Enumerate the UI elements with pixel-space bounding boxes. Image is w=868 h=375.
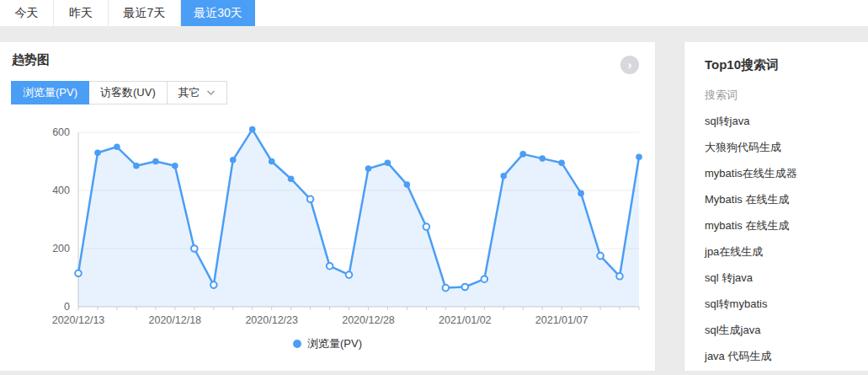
search-keyword-item: sql转mybatis: [705, 297, 860, 311]
top10-keywords-panel: Top10搜索词 搜索词 sql转java大狼狗代码生成mybatis在线生成器…: [684, 42, 868, 371]
search-keyword-item: 大狼狗代码生成: [705, 141, 860, 154]
trend-chart-card: 趋势图 › 浏览量(PV)访客数(UV)其它 02004006002020/12…: [0, 42, 655, 371]
metric-button-label: 其它: [178, 85, 200, 100]
expand-arrow-button[interactable]: ›: [620, 56, 639, 74]
tab-today[interactable]: 今天: [0, 0, 54, 26]
svg-text:2021/01/02: 2021/01/02: [439, 314, 492, 326]
svg-text:600: 600: [52, 126, 70, 138]
svg-text:2021/01/07: 2021/01/07: [535, 314, 588, 326]
search-keyword-item: java 代码生成: [705, 350, 860, 363]
chart-legend[interactable]: 浏览量(PV): [0, 336, 655, 351]
svg-text:200: 200: [52, 243, 70, 254]
metric-button-label: 访客数(UV): [100, 85, 156, 100]
svg-text:0: 0: [64, 301, 70, 313]
metric-button-other[interactable]: 其它: [168, 81, 227, 104]
search-keyword-item: mybatis在线生成器: [705, 167, 860, 180]
search-keyword-item: mybatis 在线生成: [705, 219, 860, 233]
panel-title: Top10搜索词: [705, 57, 860, 72]
search-keyword-item: sql转java: [705, 115, 860, 128]
search-keyword-item: Mybatis 在线生成: [705, 193, 860, 206]
tab-last30days[interactable]: 最近30天: [181, 0, 255, 26]
metric-toggle-group: 浏览量(PV)访客数(UV)其它: [11, 81, 227, 104]
metric-button-pv[interactable]: 浏览量(PV): [11, 81, 89, 104]
date-range-tabbar: 今天昨天最近7天最近30天: [0, 0, 868, 26]
metric-button-label: 浏览量(PV): [23, 85, 77, 100]
svg-text:2020/12/23: 2020/12/23: [245, 314, 298, 326]
search-keyword-item: jpa在线生成: [705, 245, 860, 259]
svg-text:2020/12/13: 2020/12/13: [52, 314, 105, 326]
legend-label: 浏览量(PV): [307, 337, 362, 350]
search-keyword-item: sql 转java: [705, 271, 860, 285]
tab-yesterday[interactable]: 昨天: [54, 0, 109, 26]
svg-text:2020/12/18: 2020/12/18: [149, 314, 202, 326]
search-keyword-item: sql生成java: [705, 324, 860, 337]
svg-text:2020/12/28: 2020/12/28: [342, 314, 395, 326]
metric-button-uv[interactable]: 访客数(UV): [89, 81, 168, 104]
tab-last7days[interactable]: 最近7天: [109, 0, 181, 26]
keywords-list: sql转java大狼狗代码生成mybatis在线生成器Mybatis 在线生成m…: [705, 115, 860, 363]
chevron-right-icon: ›: [628, 57, 632, 72]
card-title: 趋势图: [12, 52, 50, 68]
pv-trend-line-chart[interactable]: 02004006002020/12/132020/12/182020/12/23…: [0, 110, 655, 337]
svg-text:400: 400: [52, 185, 70, 196]
legend-dot-icon: [293, 340, 301, 348]
chevron-down-icon: [206, 90, 216, 96]
keywords-column-header: 搜索词: [705, 88, 860, 102]
